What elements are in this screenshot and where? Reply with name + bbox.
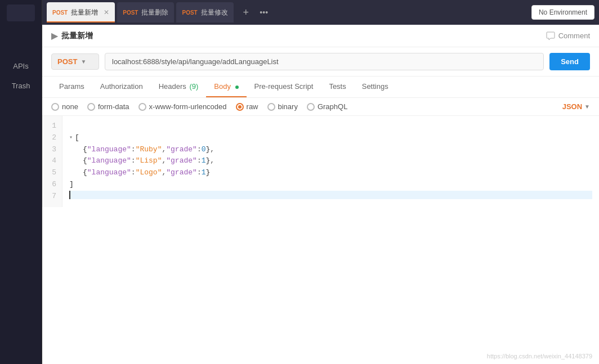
request-title: 批量新增: [61, 31, 93, 41]
tab-close-1[interactable]: ✕: [104, 8, 109, 16]
brace-close-5: }: [206, 167, 211, 179]
tab-method-3: POST: [182, 10, 197, 16]
brace-open-3: {: [83, 144, 87, 156]
tab-tests[interactable]: Tests: [321, 77, 354, 97]
method-label: POST: [57, 57, 77, 66]
tab-prerequest-label: Pre-request Script: [254, 82, 314, 91]
line-numbers: 1 2 3 4 5 6 7: [42, 116, 62, 207]
headers-badge: (9): [189, 82, 198, 91]
bracket-open: [: [75, 132, 79, 144]
new-tab-button[interactable]: +: [238, 5, 254, 20]
option-graphql[interactable]: GraphQL: [307, 102, 347, 111]
comma-4b: ,: [210, 155, 214, 167]
brace-close-4: }: [206, 155, 211, 167]
radio-raw: [236, 103, 244, 111]
line-num-3: 3: [48, 144, 56, 156]
tab-batch-modify[interactable]: POST 批量修改: [176, 2, 233, 23]
body-dot: [235, 86, 239, 89]
comment-button[interactable]: Comment: [546, 32, 590, 41]
tab-method-1: POST: [52, 10, 68, 16]
key-grade-3: "grade": [166, 144, 197, 156]
body-options: none form-data x-www-form-urlencoded raw…: [42, 98, 599, 116]
colon-4b: :: [197, 155, 202, 167]
code-line-2: ▾ [: [69, 132, 592, 144]
key-language-3: "language": [87, 144, 131, 156]
main-content: POST 批量新增 ✕ POST 批量删除 POST 批量修改 + ••• No…: [42, 0, 599, 364]
colon-3b: :: [197, 144, 202, 156]
tab-settings[interactable]: Settings: [354, 77, 396, 97]
option-form-data[interactable]: form-data: [87, 102, 129, 111]
colon-4a: :: [131, 155, 136, 167]
line-num-4: 4: [48, 155, 56, 167]
comma-5a: ,: [162, 167, 166, 179]
val-grade-5: 1: [202, 167, 206, 179]
code-editor[interactable]: 1 2 3 4 5 6 7 ▾ [: [42, 116, 599, 364]
code-lines: 1 2 3 4 5 6 7 ▾ [: [42, 116, 599, 207]
comma-4a: ,: [162, 155, 166, 167]
json-type-arrow-icon: ▼: [584, 104, 590, 110]
tab-tests-label: Tests: [329, 82, 346, 91]
tabs-bar: POST 批量新增 ✕ POST 批量删除 POST 批量修改 + ••• No…: [42, 0, 599, 25]
no-environment-button[interactable]: No Environment: [531, 5, 594, 20]
option-urlencoded-label: x-www-form-urlencoded: [149, 102, 227, 111]
sidebar-item-trash[interactable]: Trash: [12, 82, 30, 90]
url-input[interactable]: [105, 53, 544, 70]
comment-label: Comment: [558, 32, 590, 40]
val-grade-4: 1: [202, 155, 206, 167]
tab-batch-delete[interactable]: POST 批量删除: [117, 2, 174, 23]
option-binary-label: binary: [278, 102, 298, 111]
sidebar: APIs Trash: [0, 0, 42, 364]
code-line-5: { "language" : "Logo" , "grade" : 1 }: [69, 167, 592, 179]
sidebar-item-apis[interactable]: APIs: [13, 62, 28, 70]
val-ruby: "Ruby": [136, 144, 162, 156]
tab-label-3: 批量修改: [201, 8, 228, 17]
code-line-7: [69, 191, 592, 200]
send-button[interactable]: Send: [549, 53, 590, 70]
brace-open-5: {: [83, 167, 87, 179]
cursor-indicator: [69, 191, 75, 200]
key-language-4: "language": [87, 155, 131, 167]
tab-params[interactable]: Params: [51, 77, 92, 97]
radio-form-data: [87, 103, 95, 111]
code-line-3: { "language" : "Ruby" , "grade" : 0 } ,: [69, 144, 592, 156]
tab-headers[interactable]: Headers (9): [151, 77, 207, 97]
code-line-6: ]: [69, 179, 592, 191]
request-tabs: Params Authorization Headers (9) Body Pr…: [42, 77, 599, 98]
option-none[interactable]: none: [51, 102, 78, 111]
tab-prerequest[interactable]: Pre-request Script: [247, 77, 321, 97]
option-binary[interactable]: binary: [267, 102, 298, 111]
watermark: https://blog.csdn.net/weixin_44148379: [487, 353, 592, 359]
code-line-4: { "language" : "Lisp" , "grade" : 1 } ,: [69, 155, 592, 167]
tab-body[interactable]: Body: [206, 77, 246, 97]
tab-headers-label: Headers: [159, 82, 186, 91]
tab-batch-add[interactable]: POST 批量新增 ✕: [47, 2, 115, 23]
tab-body-label: Body: [214, 82, 231, 91]
val-lisp: "Lisp": [136, 155, 162, 167]
json-type-label: JSON: [562, 102, 582, 111]
tab-settings-label: Settings: [362, 82, 388, 91]
colon-3a: :: [131, 144, 136, 156]
val-grade-3: 0: [202, 144, 206, 156]
tab-params-label: Params: [59, 82, 84, 91]
more-tabs-button[interactable]: •••: [256, 5, 272, 20]
url-bar: POST ▼ Send: [42, 47, 599, 77]
bracket-close: ]: [69, 179, 74, 191]
title-arrow-icon: ▶: [51, 30, 58, 41]
comma-3a: ,: [162, 144, 166, 156]
json-type-selector[interactable]: JSON ▼: [562, 102, 590, 111]
radio-binary: [267, 103, 275, 111]
key-grade-5: "grade": [166, 167, 197, 179]
option-raw[interactable]: raw: [236, 102, 258, 111]
comma-3b: ,: [210, 144, 214, 156]
sidebar-top-button[interactable]: [7, 5, 35, 21]
fold-arrow-2[interactable]: ▾: [69, 133, 73, 142]
method-select[interactable]: POST ▼: [51, 53, 99, 70]
line-num-1: 1: [48, 120, 56, 132]
tab-authorization[interactable]: Authorization: [92, 77, 151, 97]
line-num-7: 7: [48, 191, 56, 203]
option-raw-label: raw: [247, 102, 258, 111]
option-urlencoded[interactable]: x-www-form-urlencoded: [138, 102, 227, 111]
request-panel: ▶ 批量新增 Comment POST ▼ Send Params: [42, 25, 599, 364]
radio-urlencoded: [138, 103, 146, 111]
line-num-5: 5: [48, 167, 56, 179]
